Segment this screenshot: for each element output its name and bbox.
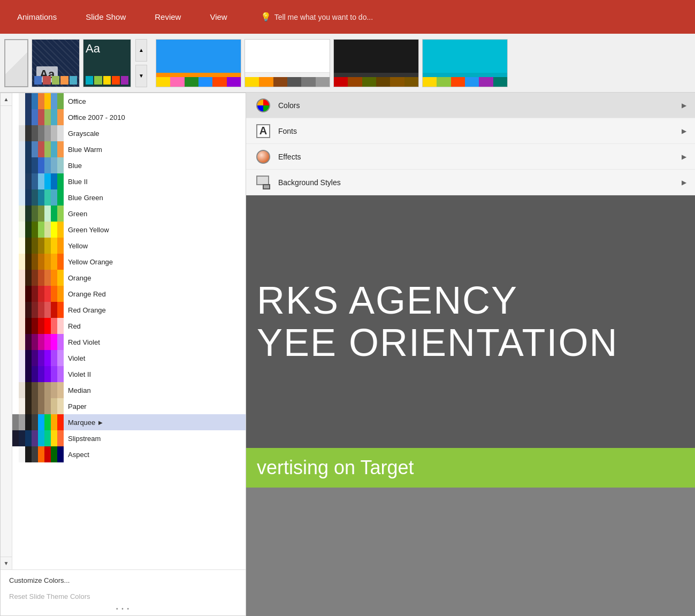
color-name-label: Blue Warm	[68, 146, 102, 154]
color-item-slipstream[interactable]: Slipstream	[12, 430, 246, 446]
dropdown-footer: Customize Colors... Reset Slide Theme Co…	[1, 569, 246, 615]
background-arrow-icon: ▶	[682, 179, 686, 186]
effects-icon	[255, 148, 272, 165]
tab-animations[interactable]: Animations	[11, 8, 63, 26]
color-item-orange[interactable]: Orange	[12, 270, 246, 286]
color-picker-dropdown: ▲ ▼ OfficeOffice 2007 - 2010GrayscaleBlu…	[0, 93, 246, 616]
color-name-label: Slipstream	[68, 435, 101, 443]
slide-green-bar: vertising on Target	[246, 448, 695, 488]
color-name-label: Grayscale	[68, 130, 100, 138]
scroll-arrows: ▲ ▼	[1, 93, 12, 569]
slide-title-line1: RKS AGENCY	[257, 279, 695, 322]
color-item-grayscale[interactable]: Grayscale	[12, 125, 246, 141]
fonts-icon: A	[255, 123, 272, 140]
color-name-label: Green Yellow	[68, 226, 109, 234]
menu-item-effects[interactable]: Effects ▶	[246, 144, 695, 170]
color-name-label: Aspect	[68, 451, 89, 459]
fonts-arrow-icon: ▶	[682, 127, 686, 135]
color-item-yellow-orange[interactable]: Yellow Orange	[12, 254, 246, 270]
slide-canvas: RKS AGENCY YEE ORIENTATION vertising on …	[246, 195, 695, 616]
color-name-label: Orange	[68, 274, 91, 282]
color-name-label: Violet II	[68, 370, 91, 378]
background-icon	[255, 174, 272, 191]
color-item-red-orange[interactable]: Red Orange	[12, 302, 246, 318]
color-item-red-violet[interactable]: Red Violet	[12, 334, 246, 350]
tab-slideshow[interactable]: Slide Show	[79, 8, 132, 26]
color-item-office[interactable]: Office	[12, 93, 246, 109]
theme-preview-1[interactable]	[156, 39, 241, 87]
theme-preview-4[interactable]	[422, 39, 508, 87]
color-name-label: Yellow	[68, 242, 88, 250]
color-name-label: Blue	[68, 162, 82, 170]
color-item-marquee[interactable]: Marquee ▶	[12, 414, 246, 430]
theme-thumb-1[interactable]: Aa	[32, 39, 80, 87]
tell-me-bar[interactable]: 💡 Tell me what you want to do...	[261, 12, 373, 22]
color-name-label: Office	[68, 97, 86, 105]
color-item-aspect[interactable]: Aspect	[12, 446, 246, 462]
color-list-scroll-up[interactable]: ▲	[1, 93, 12, 106]
color-item-blue-green[interactable]: Blue Green	[12, 189, 246, 206]
colors-label: Colors	[278, 101, 675, 110]
scroll-up-button[interactable]: ▲	[135, 39, 147, 62]
theme-preview-2[interactable]	[245, 39, 330, 87]
reset-theme-colors-button: Reset Slide Theme Colors	[1, 588, 246, 604]
color-item-green[interactable]: Green	[12, 206, 246, 222]
color-name-label: Red	[68, 322, 81, 330]
color-item-orange-red[interactable]: Orange Red	[12, 286, 246, 302]
color-name-label: Orange Red	[68, 290, 106, 298]
color-name-label: Office 2007 - 2010	[68, 113, 125, 121]
color-name-label: Violet	[68, 354, 85, 362]
color-list-scroll-down[interactable]: ▼	[1, 557, 12, 569]
color-list: OfficeOffice 2007 - 2010GrayscaleBlue Wa…	[12, 93, 246, 569]
menu-item-colors[interactable]: Colors ▶	[246, 93, 695, 118]
color-item-paper[interactable]: Paper	[12, 398, 246, 414]
fonts-label: Fonts	[278, 127, 675, 135]
main-area: ▲ ▼ OfficeOffice 2007 - 2010GrayscaleBlu…	[0, 93, 695, 616]
color-item-office-2007---2010[interactable]: Office 2007 - 2010	[12, 109, 246, 125]
color-name-label: Green	[68, 210, 87, 218]
effects-label: Effects	[278, 153, 675, 161]
lightbulb-icon: 💡	[261, 12, 271, 22]
color-name-label: Marquee	[68, 419, 95, 427]
color-name-label: Median	[68, 386, 91, 394]
slide-content: RKS AGENCY YEE ORIENTATION vertising on …	[246, 195, 695, 616]
tab-view[interactable]: View	[203, 8, 233, 26]
color-name-label: Red Violet	[68, 338, 100, 346]
color-name-label: Red Orange	[68, 306, 106, 314]
effects-arrow-icon: ▶	[682, 153, 686, 161]
tab-review[interactable]: Review	[148, 8, 187, 26]
theme-preview-3[interactable]	[333, 39, 419, 87]
color-item-median[interactable]: Median	[12, 382, 246, 398]
color-item-blue-warm[interactable]: Blue Warm	[12, 141, 246, 157]
background-label: Background Styles	[278, 178, 675, 187]
color-name-label: Paper	[68, 402, 87, 410]
color-item-blue-ii[interactable]: Blue II	[12, 173, 246, 189]
ribbon-bar: Animations Slide Show Review View 💡 Tell…	[0, 0, 695, 34]
color-item-blue[interactable]: Blue	[12, 157, 246, 173]
color-item-violet-ii[interactable]: Violet II	[12, 366, 246, 382]
customize-colors-button[interactable]: Customize Colors...	[1, 572, 246, 588]
resize-handle: • • •	[1, 604, 246, 613]
color-name-label: Blue Green	[68, 194, 103, 202]
theme-thumb-2[interactable]: Aa	[83, 39, 131, 87]
theme-menu: Colors ▶ A Fonts ▶ Effects ▶	[246, 93, 695, 195]
colors-arrow-icon: ▶	[682, 102, 686, 109]
menu-item-background[interactable]: Background Styles ▶	[246, 170, 695, 195]
theme-thumb-0[interactable]	[4, 39, 28, 87]
color-item-violet[interactable]: Violet	[12, 350, 246, 366]
color-item-red[interactable]: Red	[12, 318, 246, 334]
tell-me-text: Tell me what you want to do...	[274, 13, 373, 21]
theme-row: Aa Aa ▲ ▼	[0, 34, 695, 93]
color-name-label: Blue II	[68, 178, 88, 186]
right-panel: Colors ▶ A Fonts ▶ Effects ▶	[246, 93, 695, 616]
scroll-down-button[interactable]: ▼	[135, 65, 147, 87]
slide-top-bar: RKS AGENCY YEE ORIENTATION	[246, 195, 695, 448]
color-item-green-yellow[interactable]: Green Yellow	[12, 222, 246, 238]
color-name-label: Yellow Orange	[68, 258, 113, 266]
slide-title-line2: YEE ORIENTATION	[257, 322, 695, 364]
colors-icon	[255, 97, 272, 114]
menu-item-fonts[interactable]: A Fonts ▶	[246, 118, 695, 144]
slide-subtitle: vertising on Target	[257, 457, 684, 479]
color-item-yellow[interactable]: Yellow	[12, 238, 246, 254]
